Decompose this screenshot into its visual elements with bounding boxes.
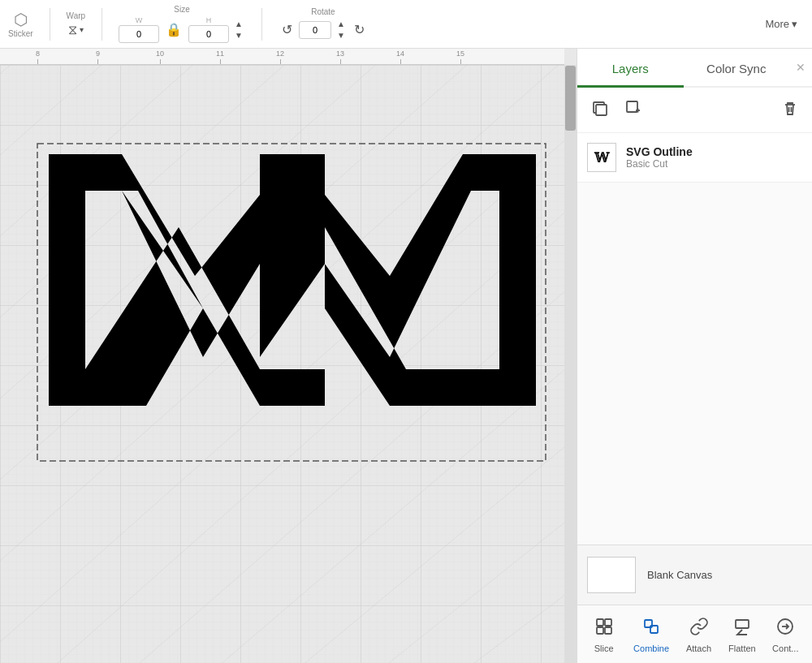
cont-label: Cont... bbox=[772, 644, 798, 653]
warp-label: Warp bbox=[67, 11, 86, 20]
warp-group: Warp ⧖ ▾ bbox=[67, 11, 86, 37]
combine-icon bbox=[641, 617, 661, 640]
cont-button[interactable]: Cont... bbox=[765, 613, 806, 657]
scrollbar-thumb[interactable] bbox=[565, 66, 576, 131]
attach-label: Attach bbox=[686, 644, 711, 653]
ruler-12: 12 bbox=[276, 50, 284, 58]
width-input[interactable] bbox=[119, 25, 159, 43]
more-label: More bbox=[765, 18, 789, 30]
attach-button[interactable]: Attach bbox=[679, 613, 719, 657]
more-arrow-icon: ▾ bbox=[792, 18, 797, 30]
attach-icon bbox=[689, 617, 709, 640]
height-input[interactable] bbox=[188, 25, 229, 43]
height-down-icon[interactable]: ▼ bbox=[232, 30, 245, 41]
ruler-10: 10 bbox=[156, 50, 164, 58]
combine-button[interactable]: Combine bbox=[627, 613, 676, 657]
rotate-label: Rotate bbox=[311, 7, 335, 16]
ruler-14: 14 bbox=[396, 50, 404, 58]
more-button[interactable]: More ▾ bbox=[758, 15, 804, 33]
rotate-group: Rotate ↺ ▲ ▼ ↻ bbox=[279, 7, 368, 41]
layer-type: Basic Cut bbox=[626, 158, 802, 170]
scrollbar-vertical[interactable] bbox=[564, 65, 577, 663]
svg-rect-30 bbox=[597, 627, 603, 634]
layer-item[interactable]: 𝕎 SVG Outline Basic Cut bbox=[577, 133, 812, 183]
warp-arrow[interactable]: ▾ bbox=[80, 25, 84, 34]
sticker-icon: ⬡ bbox=[14, 10, 28, 29]
flatten-icon bbox=[732, 617, 752, 640]
size-group: Size W 🔒 H ▲ ▼ bbox=[119, 5, 245, 43]
panel-toolbar bbox=[577, 88, 812, 133]
divider-3 bbox=[261, 8, 262, 41]
ruler-8: 8 bbox=[36, 50, 40, 58]
tab-layers[interactable]: Layers bbox=[577, 49, 684, 88]
svg-rect-20 bbox=[37, 144, 546, 461]
rotate-ccw-icon[interactable]: ↺ bbox=[279, 20, 296, 39]
svg-rect-31 bbox=[605, 627, 611, 634]
selection-border bbox=[36, 142, 547, 463]
sticker-group: ⬡ Sticker bbox=[8, 10, 33, 38]
ruler-15: 15 bbox=[456, 50, 464, 58]
slice-label: Slice bbox=[594, 644, 614, 653]
tab-color-sync-label: Color Sync bbox=[706, 62, 766, 75]
height-up-icon[interactable]: ▲ bbox=[232, 19, 245, 29]
sticker-label: Sticker bbox=[8, 29, 33, 38]
canvas-thumb-label: Blank Canvas bbox=[647, 569, 712, 581]
layer-name: SVG Outline bbox=[626, 145, 802, 158]
svg-rect-29 bbox=[605, 619, 611, 626]
rotate-cw-icon[interactable]: ↻ bbox=[351, 20, 368, 39]
combine-label: Combine bbox=[633, 644, 669, 653]
tab-layers-label: Layers bbox=[612, 62, 649, 75]
rotate-down-icon[interactable]: ▼ bbox=[335, 30, 348, 41]
panel-bottom-buttons: Slice Combine Attach bbox=[577, 605, 812, 663]
panel-close-button[interactable]: ✕ bbox=[789, 61, 812, 74]
panel-tabs: Layers Color Sync ✕ bbox=[577, 49, 812, 88]
canvas-area[interactable]: 8 9 10 11 12 13 14 15 bbox=[0, 49, 577, 663]
flatten-button[interactable]: Flatten bbox=[722, 613, 762, 657]
delete-layer-button[interactable] bbox=[776, 96, 804, 124]
warp-icon: ⧖ bbox=[68, 23, 77, 37]
toolbar: ⬡ Sticker Warp ⧖ ▾ Size W 🔒 H ▲ ▼ bbox=[0, 0, 812, 49]
panel-spacer bbox=[577, 183, 812, 545]
canvas-thumbnail bbox=[587, 557, 636, 593]
cont-icon bbox=[775, 617, 795, 640]
ruler-13: 13 bbox=[336, 50, 344, 58]
main-area: 8 9 10 11 12 13 14 15 bbox=[0, 49, 812, 663]
add-layer-button[interactable] bbox=[620, 96, 647, 124]
divider-1 bbox=[50, 8, 50, 41]
rotate-up-icon[interactable]: ▲ bbox=[335, 19, 348, 29]
ruler-horizontal: 8 9 10 11 12 13 14 15 bbox=[0, 49, 564, 65]
svg-rect-22 bbox=[596, 105, 607, 115]
right-panel: Layers Color Sync ✕ bbox=[577, 49, 812, 663]
flatten-label: Flatten bbox=[728, 644, 756, 653]
layer-thumb-char: 𝕎 bbox=[594, 150, 609, 166]
slice-button[interactable]: Slice bbox=[584, 613, 624, 657]
layer-info: SVG Outline Basic Cut bbox=[626, 145, 802, 170]
size-label: Size bbox=[174, 5, 189, 14]
svg-rect-28 bbox=[597, 619, 603, 626]
duplicate-layer-button[interactable] bbox=[585, 96, 613, 124]
svg-rect-34 bbox=[736, 620, 749, 628]
ruler-9: 9 bbox=[96, 50, 100, 58]
tab-color-sync[interactable]: Color Sync bbox=[684, 49, 790, 88]
rotate-input[interactable] bbox=[299, 21, 331, 39]
divider-2 bbox=[102, 8, 102, 41]
canvas-grid bbox=[0, 65, 564, 663]
canvas-thumbnail-area: Blank Canvas bbox=[577, 545, 812, 605]
layer-thumbnail: 𝕎 bbox=[587, 143, 616, 172]
ruler-11: 11 bbox=[216, 50, 224, 58]
lock-icon[interactable]: 🔒 bbox=[162, 20, 185, 39]
slice-icon bbox=[594, 617, 614, 640]
